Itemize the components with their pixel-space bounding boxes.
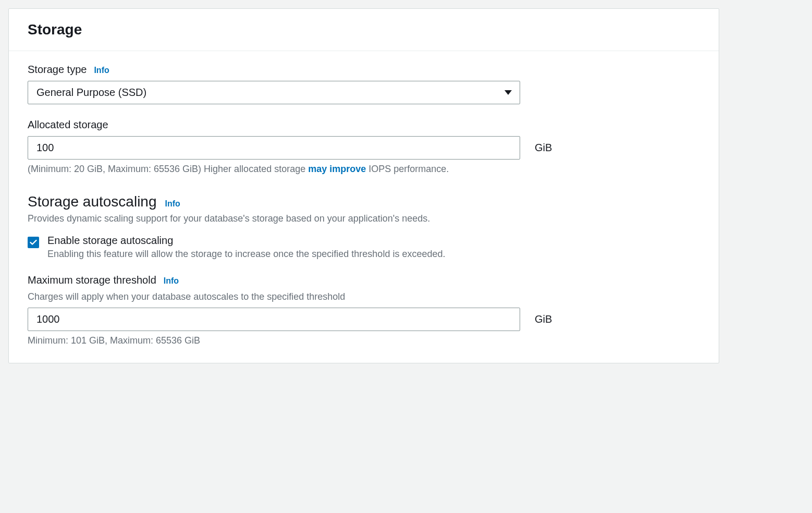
autoscaling-info-link[interactable]: Info	[165, 199, 180, 209]
autoscaling-heading: Storage autoscaling	[28, 193, 157, 210]
allocated-storage-hint-suffix: IOPS performance.	[366, 164, 449, 174]
storage-panel: Storage Storage type Info General Purpos…	[8, 8, 719, 363]
allocated-storage-hint: (Minimum: 20 GiB, Maximum: 65536 GiB) Hi…	[28, 164, 700, 175]
max-threshold-unit: GiB	[535, 313, 552, 325]
panel-header: Storage	[9, 9, 719, 51]
allocated-storage-input[interactable]	[28, 136, 520, 160]
allocated-storage-label-row: Allocated storage	[28, 119, 700, 131]
allocated-storage-field: Allocated storage GiB (Minimum: 20 GiB, …	[28, 119, 700, 175]
storage-type-label: Storage type	[28, 64, 87, 76]
autoscaling-section: Storage autoscaling Info Provides dynami…	[28, 193, 700, 224]
allocated-storage-unit: GiB	[535, 142, 552, 154]
storage-type-select[interactable]: General Purpose (SSD)	[28, 81, 520, 104]
allocated-storage-hint-prefix: (Minimum: 20 GiB, Maximum: 65536 GiB) Hi…	[28, 164, 308, 174]
storage-type-field: Storage type Info General Purpose (SSD)	[28, 64, 700, 104]
allocated-storage-input-row: GiB	[28, 136, 700, 160]
max-threshold-field: Maximum storage threshold Info Charges w…	[28, 274, 700, 346]
max-threshold-desc: Charges will apply when your database au…	[28, 291, 700, 302]
enable-autoscaling-content: Enable storage autoscaling Enabling this…	[47, 235, 445, 260]
panel-body: Storage type Info General Purpose (SSD) …	[9, 51, 719, 363]
caret-down-icon	[505, 88, 512, 97]
panel-title: Storage	[28, 21, 700, 38]
max-threshold-input[interactable]	[28, 308, 520, 331]
allocated-storage-hint-emph[interactable]: may improve	[308, 164, 366, 174]
svg-marker-0	[505, 90, 512, 95]
enable-autoscaling-checkbox[interactable]	[28, 237, 39, 248]
max-threshold-info-link[interactable]: Info	[164, 276, 179, 286]
autoscaling-desc: Provides dynamic scaling support for you…	[28, 213, 700, 224]
max-threshold-label-row: Maximum storage threshold Info	[28, 274, 700, 286]
max-threshold-input-row: GiB	[28, 308, 700, 331]
storage-type-label-row: Storage type Info	[28, 64, 700, 76]
max-threshold-hint: Minimum: 101 GiB, Maximum: 65536 GiB	[28, 335, 700, 346]
allocated-storage-label: Allocated storage	[28, 119, 108, 131]
enable-autoscaling-desc: Enabling this feature will allow the sto…	[47, 249, 445, 260]
enable-autoscaling-label: Enable storage autoscaling	[47, 235, 445, 247]
storage-type-info-link[interactable]: Info	[94, 66, 109, 75]
storage-type-selected-value: General Purpose (SSD)	[36, 87, 146, 99]
enable-autoscaling-row: Enable storage autoscaling Enabling this…	[28, 235, 700, 260]
max-threshold-label: Maximum storage threshold	[28, 274, 156, 286]
check-icon	[30, 239, 37, 246]
autoscaling-heading-row: Storage autoscaling Info	[28, 193, 700, 210]
